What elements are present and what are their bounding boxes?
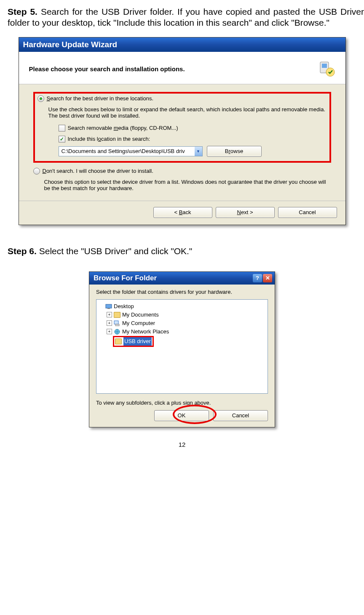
folder-tree[interactable]: Desktop + My Documents + <box>96 299 268 394</box>
location-path-combobox[interactable]: C:\Documents and Settings\user\Desktop\U… <box>59 146 203 156</box>
location-path-value: C:\Documents and Settings\user\Desktop\U… <box>59 148 195 154</box>
browse-for-folder-dialog: Browse For Folder ? ✕ Select the folder … <box>89 271 275 427</box>
ok-button[interactable]: OK <box>154 410 209 421</box>
svg-rect-6 <box>115 324 119 326</box>
wizard-heading: Please choose your search and installati… <box>29 65 185 73</box>
bff-titlebar: Browse For Folder ? ✕ <box>89 272 275 285</box>
tree-item-desktop[interactable]: Desktop <box>99 302 265 311</box>
tree-item-my-network-places[interactable]: + My Network Places <box>107 328 265 336</box>
radio-dont-search[interactable]: Don't search. I will choose the driver t… <box>33 168 331 175</box>
tree-item-my-documents[interactable]: + My Documents <box>107 311 265 319</box>
step5-body: Search for the USB Driver folder. If you… <box>8 7 364 27</box>
expand-icon[interactable]: + <box>107 312 112 317</box>
wizard-title: Hardware Update Wizard <box>23 40 118 49</box>
help-icon[interactable]: ? <box>253 274 262 282</box>
step6-body: Select the "USB Driver" and click "OK." <box>39 246 193 256</box>
desktop-icon <box>105 303 112 310</box>
dont-search-sub-text: Choose this option to select the device … <box>44 179 331 191</box>
highlight-frame: Search for the best driver in these loca… <box>33 92 331 163</box>
next-button[interactable]: Next > <box>216 207 275 218</box>
close-icon[interactable]: ✕ <box>263 274 272 282</box>
radio-icon <box>33 168 40 175</box>
radio-icon <box>37 95 44 102</box>
page-number: 12 <box>0 441 364 448</box>
cancel-button[interactable]: Cancel <box>278 207 337 218</box>
wizard-titlebar: Hardware Update Wizard <box>19 38 345 52</box>
expand-icon[interactable]: + <box>107 320 112 326</box>
step6-label: Step 6. <box>8 246 37 256</box>
checkbox-include-location[interactable]: ✓ Include this location in the search: <box>59 136 327 142</box>
computer-icon <box>114 320 120 327</box>
wizard-top-icon <box>318 60 335 78</box>
expand-icon[interactable]: + <box>107 329 112 334</box>
search-sub-text: Use the check boxes below to limit or ex… <box>48 106 327 119</box>
checkbox-icon <box>59 125 65 132</box>
radio-search-best-driver[interactable]: Search for the best driver in these loca… <box>37 95 327 102</box>
network-icon <box>114 328 120 335</box>
checkbox-removable-media[interactable]: Search removable media (floppy, CD-ROM..… <box>59 125 327 132</box>
svg-rect-3 <box>106 304 112 308</box>
tree-item-my-computer[interactable]: + My Computer <box>107 319 265 328</box>
browse-button[interactable]: Browse <box>207 146 262 157</box>
folder-icon <box>115 338 122 345</box>
bff-title: Browse For Folder <box>94 274 157 282</box>
back-button[interactable]: < Back <box>153 207 212 218</box>
chevron-down-icon[interactable]: ▼ <box>195 147 202 156</box>
svg-rect-4 <box>107 308 110 309</box>
cancel-button[interactable]: Cancel <box>213 410 268 421</box>
checkbox-icon: ✓ <box>59 136 65 142</box>
svg-rect-1 <box>322 64 327 68</box>
bff-subhint: To view any subfolders, click a plus sig… <box>96 400 268 406</box>
hardware-update-wizard: Hardware Update Wizard Please choose you… <box>19 37 346 225</box>
step5-label: Step 5. <box>8 7 37 16</box>
svg-rect-5 <box>114 321 118 324</box>
folder-icon <box>114 312 120 318</box>
tree-item-usb-driver[interactable]: USB driver <box>107 336 265 347</box>
bff-hint: Select the folder that contains drivers … <box>96 289 268 295</box>
